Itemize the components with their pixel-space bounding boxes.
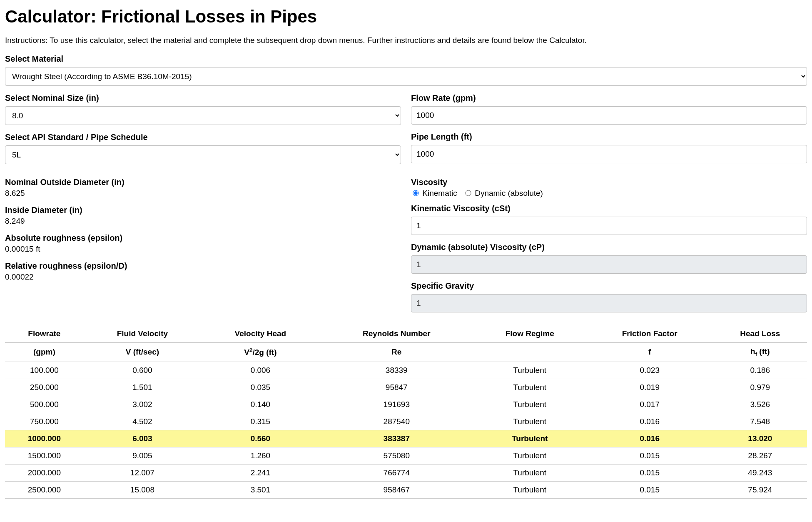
cell-hloss: 7.548 (713, 413, 807, 430)
cell-ff: 0.015 (586, 481, 713, 498)
instructions-text: Instructions: To use this calculator, se… (5, 36, 807, 45)
col-flowrate: Flowrate (5, 325, 84, 343)
cell-velocity: 15.008 (84, 481, 201, 498)
cell-ff: 0.016 (586, 430, 713, 447)
abs-rough-value: 0.00015 ft (5, 245, 401, 254)
cell-vhead: 2.241 (201, 464, 320, 481)
table-row: 500.0003.0020.140191693Turbulent0.0173.5… (5, 396, 807, 413)
schedule-label: Select API Standard / Pipe Schedule (5, 132, 401, 142)
nominal-size-select[interactable]: 8.0 (5, 106, 401, 125)
cell-velocity: 1.501 (84, 379, 201, 396)
flow-rate-label: Flow Rate (gpm) (411, 93, 807, 103)
page-title: Calculator: Frictional Losses in Pipes (5, 7, 807, 27)
table-row: 1500.0009.0051.260575080Turbulent0.01528… (5, 447, 807, 464)
id-label: Inside Diameter (in) (5, 205, 401, 215)
nominal-size-label: Select Nominal Size (in) (5, 93, 401, 103)
cell-hloss: 13.020 (713, 430, 807, 447)
cell-hloss: 28.267 (713, 447, 807, 464)
cell-regime: Turbulent (473, 379, 586, 396)
cell-ff: 0.017 (586, 396, 713, 413)
cell-regime: Turbulent (473, 447, 586, 464)
cell-hloss: 0.979 (713, 379, 807, 396)
table-row: 1000.0006.0030.560383387Turbulent0.01613… (5, 430, 807, 447)
cell-ff: 0.016 (586, 413, 713, 430)
nod-value: 8.625 (5, 189, 401, 198)
cell-regime: Turbulent (473, 396, 586, 413)
cell-flowrate: 2000.000 (5, 464, 84, 481)
table-row: 100.0000.6000.00638339Turbulent0.0230.18… (5, 362, 807, 379)
results-table: Flowrate Fluid Velocity Velocity Head Re… (5, 325, 807, 499)
dyn-visc-input (411, 255, 807, 274)
cell-vhead: 0.140 (201, 396, 320, 413)
viscosity-dynamic-text: Dynamic (absolute) (475, 189, 543, 197)
cell-velocity: 12.007 (84, 464, 201, 481)
cell-hloss: 0.186 (713, 362, 807, 379)
viscosity-label: Viscosity (411, 177, 807, 187)
cell-reynolds: 95847 (320, 379, 473, 396)
cell-vhead: 3.501 (201, 481, 320, 498)
abs-rough-label: Absolute roughness (epsilon) (5, 233, 401, 243)
viscosity-dynamic-option[interactable]: Dynamic (absolute) (463, 189, 543, 197)
cell-flowrate: 750.000 (5, 413, 84, 430)
id-value: 8.249 (5, 217, 401, 226)
cell-ff: 0.023 (586, 362, 713, 379)
table-row: 750.0004.5020.315287540Turbulent0.0167.5… (5, 413, 807, 430)
cell-vhead: 0.560 (201, 430, 320, 447)
table-row: 2000.00012.0072.241766774Turbulent0.0154… (5, 464, 807, 481)
cell-flowrate: 2500.000 (5, 481, 84, 498)
col-hloss: Head Loss (713, 325, 807, 343)
cell-reynolds: 287540 (320, 413, 473, 430)
unit-velocity: V (ft/sec) (84, 343, 201, 362)
cell-reynolds: 191693 (320, 396, 473, 413)
cell-vhead: 1.260 (201, 447, 320, 464)
unit-flowrate: (gpm) (5, 343, 84, 362)
kin-visc-input[interactable] (411, 217, 807, 235)
unit-reynolds: Re (320, 343, 473, 362)
cell-velocity: 0.600 (84, 362, 201, 379)
table-row: 2500.00015.0083.501958467Turbulent0.0157… (5, 481, 807, 498)
pipe-length-input[interactable] (411, 145, 807, 163)
cell-vhead: 0.035 (201, 379, 320, 396)
material-label: Select Material (5, 54, 807, 64)
rel-rough-value: 0.00022 (5, 272, 401, 282)
viscosity-kinematic-option[interactable]: Kinematic (411, 189, 459, 197)
cell-velocity: 4.502 (84, 413, 201, 430)
cell-regime: Turbulent (473, 362, 586, 379)
unit-hloss: hf (ft) (713, 343, 807, 362)
cell-flowrate: 500.000 (5, 396, 84, 413)
col-regime: Flow Regime (473, 325, 586, 343)
cell-regime: Turbulent (473, 464, 586, 481)
cell-vhead: 0.006 (201, 362, 320, 379)
flow-rate-input[interactable] (411, 106, 807, 125)
schedule-select[interactable]: 5L (5, 145, 401, 164)
cell-regime: Turbulent (473, 430, 586, 447)
dyn-visc-label: Dynamic (absolute) Viscosity (cP) (411, 242, 807, 252)
unit-vhead: V2/2g (ft) (201, 343, 320, 362)
col-velocity: Fluid Velocity (84, 325, 201, 343)
cell-reynolds: 383387 (320, 430, 473, 447)
col-reynolds: Reynolds Number (320, 325, 473, 343)
viscosity-dynamic-radio[interactable] (465, 190, 471, 196)
unit-regime (473, 343, 586, 362)
viscosity-kinematic-radio[interactable] (413, 190, 418, 196)
cell-reynolds: 38339 (320, 362, 473, 379)
cell-hloss: 75.924 (713, 481, 807, 498)
col-ff: Friction Factor (586, 325, 713, 343)
cell-velocity: 3.002 (84, 396, 201, 413)
cell-ff: 0.015 (586, 447, 713, 464)
cell-hloss: 49.243 (713, 464, 807, 481)
unit-ff: f (586, 343, 713, 362)
cell-flowrate: 1000.000 (5, 430, 84, 447)
cell-velocity: 6.003 (84, 430, 201, 447)
cell-reynolds: 958467 (320, 481, 473, 498)
cell-velocity: 9.005 (84, 447, 201, 464)
nod-label: Nominal Outside Diameter (in) (5, 177, 401, 187)
cell-vhead: 0.315 (201, 413, 320, 430)
cell-hloss: 3.526 (713, 396, 807, 413)
material-select[interactable]: Wrought Steel (According to ASME B36.10M… (5, 67, 807, 86)
sg-input (411, 294, 807, 312)
cell-ff: 0.015 (586, 464, 713, 481)
cell-flowrate: 250.000 (5, 379, 84, 396)
cell-flowrate: 1500.000 (5, 447, 84, 464)
col-vhead: Velocity Head (201, 325, 320, 343)
